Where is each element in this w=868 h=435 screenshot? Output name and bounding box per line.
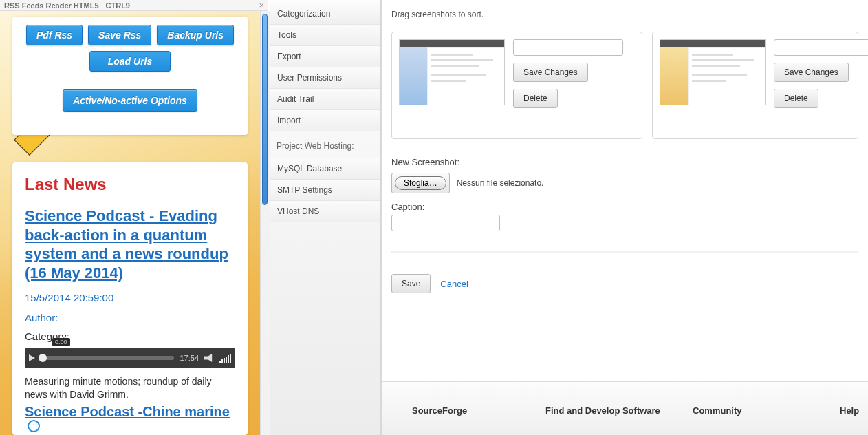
audio-track[interactable] (41, 356, 174, 360)
news-card: Last News Science Podcast - Evading back… (12, 162, 248, 435)
close-icon[interactable]: × (259, 0, 264, 10)
screenshot-row: Save Changes Delete Save Changes Del (391, 32, 858, 139)
scrollbar-thumb[interactable] (262, 14, 268, 205)
audio-scrubber[interactable] (39, 354, 47, 362)
screenshot-thumbnail[interactable] (399, 39, 505, 105)
drag-instructions: Drag screenshots to sort. (391, 10, 858, 19)
addon-tab-keybinding: CTRL9 (106, 1, 130, 10)
browse-button[interactable]: Sfoglia… (395, 176, 446, 190)
menu-audit-trail[interactable]: Audit Trail (270, 88, 380, 110)
footer-col-community[interactable]: Community (693, 405, 823, 416)
pdf-rss-button[interactable]: Pdf Rss (26, 25, 83, 45)
delete-button[interactable]: Delete (513, 89, 558, 108)
menu-user-permissions[interactable]: User Permissions (270, 67, 380, 89)
backup-urls-button[interactable]: Backup Urls (157, 25, 234, 45)
save-button[interactable]: Save (391, 274, 431, 293)
main-content: Drag screenshots to sort. Save Changes D… (381, 0, 868, 435)
divider (391, 251, 858, 253)
menu-export[interactable]: Export (270, 45, 380, 67)
news-description: Measuring minute motions; roundup of dai… (25, 375, 235, 401)
active-noactive-options-button[interactable]: Active/No-active Options (63, 89, 197, 112)
audio-position: 0:00 (52, 338, 70, 346)
next-news-link[interactable]: Science Podcast -Chine marine (25, 404, 230, 419)
caption-label: Caption: (391, 202, 858, 212)
file-input-wrapper[interactable]: Sfoglia… (391, 173, 450, 193)
menu-hosting-heading: Project Web Hosting: (270, 131, 380, 155)
audio-duration: 17:54 (180, 354, 199, 362)
new-caption-input[interactable] (391, 215, 500, 231)
controls-card: Pdf Rss Save Rss Backup Urls Load Urls A… (12, 17, 248, 135)
sidebar-scrollbar[interactable] (260, 11, 270, 435)
save-rss-button[interactable]: Save Rss (88, 25, 151, 45)
new-screenshot-label: New Screenshot: (391, 157, 858, 167)
footer-col-help[interactable]: Help (840, 405, 859, 416)
news-heading: Last News (25, 175, 235, 194)
save-changes-button[interactable]: Save Changes (513, 63, 588, 82)
screenshot-caption-input[interactable] (513, 39, 623, 56)
footer-col-sourceforge[interactable]: SourceForge (412, 405, 529, 416)
delete-button[interactable]: Delete (774, 89, 818, 108)
play-icon[interactable] (29, 354, 35, 361)
news-headline-link[interactable]: Science Podcast - Evading back-action in… (25, 206, 235, 282)
addon-panel-tabbar: RSS Feeds Reader HTML5 CTRL9 × (0, 0, 268, 11)
file-status: Nessun file selezionato. (457, 178, 544, 188)
news-date: 15/5/2014 20:59:00 (25, 292, 235, 304)
cancel-link[interactable]: Cancel (440, 279, 468, 289)
rss-sidebar: FOLLOW Pdf Rss Save Rss Backup Urls Load… (0, 11, 268, 435)
audio-player[interactable]: 0:00 17:54 (25, 348, 235, 368)
menu-categorization[interactable]: Categorization (270, 3, 380, 25)
menu-import[interactable]: Import (270, 109, 380, 131)
footer-col-find-develop[interactable]: Find and Develop Software (545, 405, 676, 416)
load-urls-button[interactable]: Load Urls (89, 51, 171, 72)
menu-smtp-settings[interactable]: SMTP Settings (270, 179, 380, 201)
menu-tools[interactable]: Tools (270, 24, 380, 46)
screenshot-thumbnail[interactable] (660, 39, 766, 105)
speaker-icon[interactable] (204, 354, 214, 362)
news-author-label: Author: (25, 312, 235, 323)
admin-menu: Categorization Tools Export User Permiss… (270, 0, 381, 435)
screenshot-caption-input[interactable] (774, 39, 868, 56)
save-changes-button[interactable]: Save Changes (774, 63, 849, 82)
addon-tab-title: RSS Feeds Reader HTML5 (4, 1, 99, 10)
arrow-up-icon[interactable]: ↑ (28, 420, 40, 432)
screenshot-card[interactable]: Save Changes Delete (391, 32, 642, 139)
volume-bars[interactable] (219, 354, 231, 363)
footer: SourceForge Find and Develop Software Co… (382, 381, 868, 435)
menu-vhost-dns[interactable]: VHost DNS (270, 200, 380, 222)
screenshot-card[interactable]: Save Changes Delete (652, 32, 858, 139)
menu-mysql-database[interactable]: MySQL Database (270, 158, 380, 180)
